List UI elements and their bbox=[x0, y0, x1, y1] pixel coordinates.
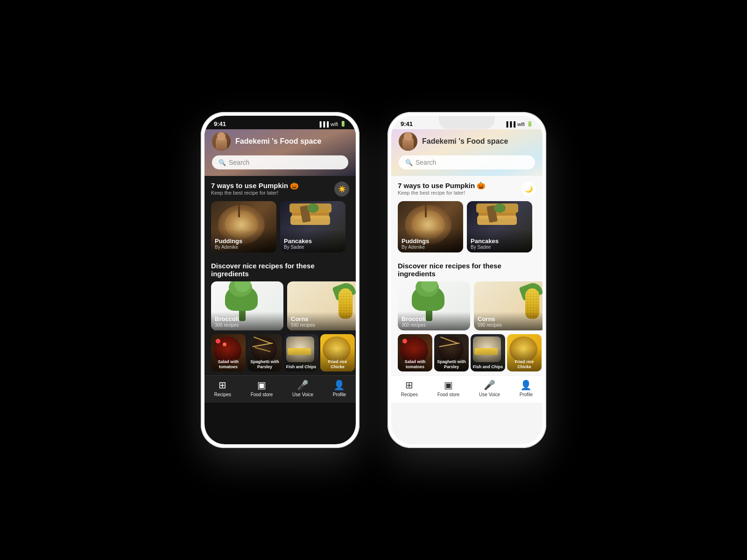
pancake-card-light[interactable]: Pancakes By Sadee bbox=[467, 201, 532, 252]
corn-count-light: 590 recipes bbox=[478, 322, 502, 328]
spaghetti-card-dark[interactable]: Spaghetti with Parsley bbox=[247, 334, 282, 371]
broccoli-name-dark: Broccoli bbox=[215, 315, 239, 322]
ingredients-section-light: Discover nice recipes for these ingredie… bbox=[391, 256, 543, 281]
small-grid-light: Salad with tomatoes Spaghetti with Parsl… bbox=[391, 334, 543, 375]
recipes-icon-dark: ⊞ bbox=[218, 379, 226, 391]
search-icon-dark: 🔍 bbox=[218, 159, 226, 166]
recipe-cards-dark: Puddings By Adenike bbox=[211, 201, 349, 252]
search-placeholder-dark: Search bbox=[229, 159, 249, 166]
content-light: 7 ways to use Pumpkin 🎃 Keep the best re… bbox=[391, 176, 543, 403]
salad-title-light: Salad with tomatoes bbox=[400, 359, 430, 370]
section1-subtitle-dark: Keep the best recipe for later! bbox=[211, 190, 299, 196]
phone-dark: 9:41 ▐▐▐ wifi 🔋 Fadekemi 's Food space bbox=[201, 112, 359, 448]
broccoli-name-light: Broccoli bbox=[402, 315, 426, 322]
nav-recipes-light[interactable]: ⊞ Recipes bbox=[401, 379, 418, 397]
theme-button-dark[interactable]: ☀️ bbox=[334, 182, 349, 196]
broccoli-top bbox=[225, 285, 258, 311]
pumpkin-section-light: 7 ways to use Pumpkin 🎃 Keep the best re… bbox=[391, 176, 543, 256]
section1-subtitle-light: Keep the best recipe for later! bbox=[398, 190, 486, 196]
nav-recipes-dark[interactable]: ⊞ Recipes bbox=[214, 379, 231, 397]
voice-icon-light: 🎤 bbox=[484, 379, 495, 391]
salad-title-dark: Salad with tomatoes bbox=[213, 359, 244, 370]
profile-label-light: Profile bbox=[520, 392, 533, 397]
broccoli-card-dark[interactable]: Broccoli 300 recipes bbox=[211, 281, 283, 330]
recipes-label-dark: Recipes bbox=[214, 392, 231, 397]
salad-label-light: Salad with tomatoes bbox=[400, 359, 430, 370]
corn-name-dark: Corns bbox=[291, 315, 315, 322]
pudding-author-dark: By Adenike bbox=[215, 245, 242, 250]
broccoli-card-light[interactable]: Broccoli 300 recipes bbox=[398, 281, 470, 330]
search-bar-dark[interactable]: 🔍 Search bbox=[212, 155, 348, 169]
fish-card-light[interactable]: Fish and Chips bbox=[471, 334, 505, 371]
recipe-cards-light: Puddings By Adenike bbox=[398, 201, 536, 252]
section2-title-dark: Discover nice recipes for these ingredie… bbox=[211, 262, 349, 278]
corn-card-dark[interactable]: Corns 590 recipes bbox=[287, 281, 356, 330]
broccoli-top-l bbox=[412, 285, 444, 311]
pudding-title-dark: Puddings bbox=[215, 238, 242, 245]
corn-label-dark: Corns 590 recipes bbox=[291, 315, 315, 328]
profile-icon-dark: 👤 bbox=[333, 379, 345, 391]
header-light-area: Fadekemi 's Food space 🔍 Search bbox=[391, 129, 543, 176]
spaghetti-label-dark: Spaghetti with Parsley bbox=[249, 359, 280, 370]
section1-titles-light: 7 ways to use Pumpkin 🎃 Keep the best re… bbox=[398, 182, 486, 199]
nav-profile-light[interactable]: 👤 Profile bbox=[520, 379, 533, 397]
fried-title-dark: Fried rice Chicke bbox=[322, 359, 353, 370]
pudding-label-dark: Puddings By Adenike bbox=[215, 238, 242, 250]
notch-light bbox=[439, 116, 495, 129]
fish-card-dark[interactable]: Fish and Chips bbox=[284, 334, 318, 371]
voice-label-dark: Use Voice bbox=[292, 392, 313, 397]
pancake-title-dark: Pancakes bbox=[284, 238, 312, 245]
voice-label-light: Use Voice bbox=[479, 392, 500, 397]
foodstore-icon-dark: ▣ bbox=[257, 379, 266, 391]
header-dark: Fadekemi 's Food space 🔍 Search bbox=[204, 129, 356, 176]
nav-foodstore-dark[interactable]: ▣ Food store bbox=[251, 379, 273, 397]
nav-profile-dark[interactable]: 👤 Profile bbox=[333, 379, 346, 397]
spaghetti-card-light[interactable]: Spaghetti with Parsley bbox=[434, 334, 469, 371]
theme-button-light[interactable]: 🌙 bbox=[521, 182, 536, 196]
fried-card-light[interactable]: Fried rice Chicke bbox=[507, 334, 542, 371]
fried-card-dark[interactable]: Fried rice Chicke bbox=[320, 334, 355, 371]
profile-icon-light: 👤 bbox=[520, 379, 532, 391]
search-bar-light[interactable]: 🔍 Search bbox=[399, 155, 535, 169]
broccoli-count-dark: 300 recipes bbox=[215, 322, 239, 328]
salad-card-dark[interactable]: Salad with tomatoes bbox=[211, 334, 246, 371]
ingredients-row-dark: Broccoli 300 recipes Corns 590 bbox=[204, 281, 356, 330]
username-dark: Fadekemi 's Food space bbox=[235, 137, 321, 146]
pumpkin-section-dark: 7 ways to use Pumpkin 🎃 Keep the best re… bbox=[204, 176, 356, 256]
section1-header-light: 7 ways to use Pumpkin 🎃 Keep the best re… bbox=[398, 182, 536, 199]
salad-card-light[interactable]: Salad with tomatoes bbox=[398, 334, 432, 371]
salad-label-dark: Salad with tomatoes bbox=[213, 359, 244, 370]
theme-icon-light: 🌙 bbox=[525, 185, 533, 193]
nav-voice-light[interactable]: 🎤 Use Voice bbox=[479, 379, 500, 397]
broccoli-count-light: 300 recipes bbox=[402, 322, 426, 328]
bottom-nav-dark: ⊞ Recipes ▣ Food store 🎤 Use Voice 👤 Pro… bbox=[204, 375, 356, 403]
pudding-author-light: By Adenike bbox=[402, 245, 429, 250]
username-light: Fadekemi 's Food space bbox=[422, 137, 508, 146]
small-grid-dark: Salad with tomatoes Spaghetti with Parsl… bbox=[204, 334, 356, 375]
foodstore-label-light: Food store bbox=[437, 392, 460, 397]
corn-card-light[interactable]: Corns 590 recipes bbox=[474, 281, 543, 330]
pudding-card-dark[interactable]: Puddings By Adenike bbox=[211, 201, 276, 252]
broccoli-label-dark: Broccoli 300 recipes bbox=[215, 315, 239, 328]
ingredients-row-light: Broccoli 300 recipes Corns 590 recipes bbox=[391, 281, 543, 330]
nav-voice-dark[interactable]: 🎤 Use Voice bbox=[292, 379, 313, 397]
foodstore-icon-light: ▣ bbox=[444, 379, 453, 391]
nav-foodstore-light[interactable]: ▣ Food store bbox=[437, 379, 460, 397]
fish-title-dark: Fish and Chips bbox=[286, 364, 317, 370]
pancake-author-light: By Sadee bbox=[471, 245, 499, 250]
user-row-dark: Fadekemi 's Food space bbox=[212, 132, 348, 151]
avatar-dark bbox=[212, 132, 231, 151]
voice-icon-dark: 🎤 bbox=[297, 379, 309, 391]
user-row-light: Fadekemi 's Food space bbox=[399, 132, 535, 151]
search-placeholder-light: Search bbox=[416, 159, 436, 166]
avatar-light bbox=[399, 132, 417, 151]
pudding-card-light[interactable]: Puddings By Adenike bbox=[398, 201, 463, 252]
fried-title-light: Fried rice Chicke bbox=[509, 359, 540, 370]
pancake-card-dark[interactable]: Pancakes By Sadee bbox=[280, 201, 345, 252]
pancake-label-dark: Pancakes By Sadee bbox=[284, 238, 312, 250]
section1-title-light: 7 ways to use Pumpkin 🎃 bbox=[398, 182, 486, 190]
section1-header-dark: 7 ways to use Pumpkin 🎃 Keep the best re… bbox=[211, 182, 349, 199]
spaghetti-title-dark: Spaghetti with Parsley bbox=[249, 359, 280, 370]
phone-light: 9:41 ▐▐▐ wifi 🔋 Fadekemi 's Food space bbox=[388, 112, 546, 448]
pancake-label-light: Pancakes By Sadee bbox=[471, 238, 499, 250]
